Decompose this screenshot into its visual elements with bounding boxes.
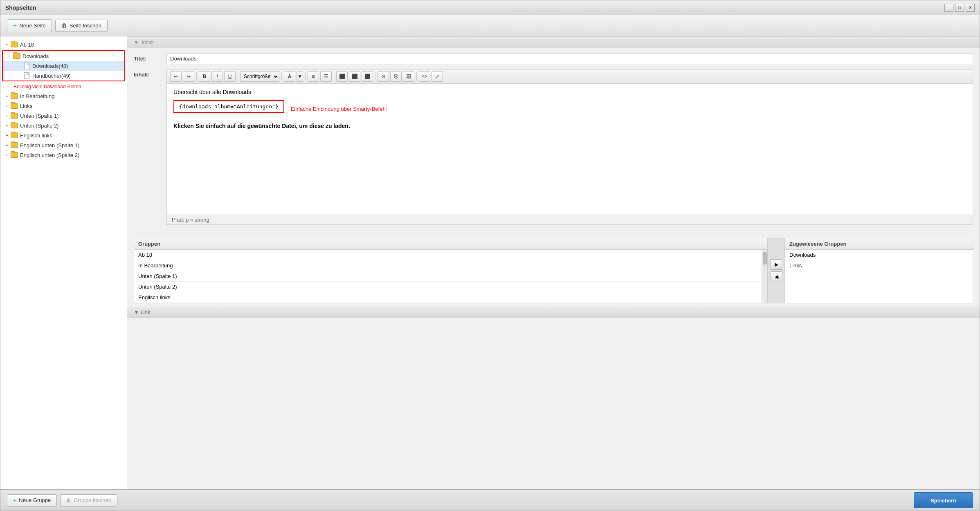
sidebar-item-unten2[interactable]: + Unten (Spalte 2) <box>0 121 127 130</box>
editor-footer: Pfad: p » strong <box>167 215 973 224</box>
folder-icon <box>10 142 18 148</box>
expand-icon: + <box>4 41 10 48</box>
fullscreen-button[interactable]: ⤢ <box>432 71 443 82</box>
list-item[interactable]: In Bearbeitung <box>134 260 767 271</box>
neue-gruppe-icon: + <box>13 497 16 504</box>
section-link-label: Link <box>141 309 151 315</box>
font-color-button[interactable]: A <box>284 71 295 82</box>
transfer-left-button[interactable]: ◀ <box>771 271 782 282</box>
align-right-button[interactable]: ⬛ <box>362 71 373 82</box>
sidebar-item-handbucher49[interactable]: Handbücher(49) <box>3 71 124 81</box>
gruppe-loschen-icon: 🗑 <box>66 498 71 503</box>
expand-icon: + <box>4 122 10 129</box>
folder-icon <box>13 53 21 59</box>
italic-button[interactable]: I <box>211 71 223 82</box>
sidebar-item-englishunten2[interactable]: + Englisch unten (Spalte 2) <box>0 150 127 160</box>
inhalt-row: Inhalt: ↩ ↪ B I U <box>134 69 973 225</box>
main-toolbar: + Neue Seite 🗑 Seite löschen <box>0 15 980 36</box>
section-collapse-icon: ▼ <box>134 40 139 45</box>
titel-input[interactable] <box>166 53 973 64</box>
sidebar-item-label: Englisch unten (Spalte 1) <box>20 142 79 148</box>
expand-icon: + <box>4 152 10 158</box>
toolbar-separator <box>375 72 375 81</box>
expand-icon-placeholder <box>16 63 22 69</box>
folder-icon <box>10 93 18 99</box>
redo-button[interactable]: ↪ <box>183 71 194 82</box>
status-bar: + Neue Gruppe 🗑 Gruppe löschen Speichern <box>0 489 980 511</box>
sidebar-item-englishlinks[interactable]: + Englisch links <box>0 130 127 140</box>
editor-toolbar: ↩ ↪ B I U Schriftgröße <box>167 69 973 84</box>
toolbar-separator <box>416 72 417 81</box>
underline-button[interactable]: U <box>224 71 236 82</box>
font-color-dropdown-button[interactable]: ▼ <box>297 71 303 82</box>
folder-icon <box>10 103 18 109</box>
font-size-select[interactable]: Schriftgröße <box>240 71 279 82</box>
window-controls: — □ ✕ <box>944 4 975 12</box>
overview-text: Übersicht über alle Downloads <box>173 89 966 95</box>
smarty-row: {downloads album="Anleitungen"} Einfache… <box>173 100 966 118</box>
section-collapse-icon: ▼ <box>134 309 139 315</box>
main-content: + Ab 18 − Downloads Downloads(48) <box>0 36 980 489</box>
list-item[interactable]: Unten (Spalte 1) <box>134 271 767 282</box>
link-button[interactable]: ⛓ <box>390 71 402 82</box>
sidebar-item-links[interactable]: + Links <box>0 101 127 111</box>
list-item[interactable]: Downloads <box>785 250 973 260</box>
groups-area: Gruppen Ab 18 In Bearbeitung Unten (Spal… <box>134 238 973 303</box>
toolbar-separator <box>334 72 334 81</box>
groups-scrollbar[interactable] <box>762 250 767 303</box>
titel-control-wrap <box>166 53 973 64</box>
delete-page-button[interactable]: 🗑 Seite löschen <box>55 20 108 32</box>
minimize-button[interactable]: — <box>944 4 953 12</box>
sidebar-item-englishunten1[interactable]: + Englisch unten (Spalte 1) <box>0 140 127 150</box>
toolbar-separator <box>196 72 197 81</box>
expand-icon: − <box>6 53 13 59</box>
sidebar-item-label: Englisch unten (Spalte 2) <box>20 152 79 158</box>
folder-icon <box>10 41 18 48</box>
transfer-buttons: ▶ ◀ <box>768 238 785 303</box>
folder-icon <box>10 112 18 119</box>
new-page-button[interactable]: + Neue Seite <box>7 19 52 32</box>
bullet-list-button[interactable]: ≡ <box>308 71 319 82</box>
source-button[interactable]: <> <box>419 71 430 82</box>
smarty-code: {downloads album="Anleitungen"} <box>173 100 284 113</box>
image-button[interactable]: 🖼 <box>403 71 414 82</box>
transfer-right-button[interactable]: ▶ <box>771 259 782 270</box>
titlebar: Shopseiten — □ ✕ <box>0 0 980 15</box>
groups-panel: Gruppen Ab 18 In Bearbeitung Unten (Spal… <box>134 238 768 303</box>
maximize-button[interactable]: □ <box>955 4 964 12</box>
sidebar-item-inbearbeitung[interactable]: + In Bearbeitung <box>0 91 127 101</box>
bold-button[interactable]: B <box>199 71 210 82</box>
undo-button[interactable]: ↩ <box>170 71 182 82</box>
align-center-button[interactable]: ⬛ <box>349 71 360 82</box>
folder-icon <box>10 152 18 158</box>
unlink-button[interactable]: ⊘ <box>378 71 389 82</box>
section-inhalt-header: ▼ Inhalt <box>127 36 980 48</box>
sidebar-item-label: Unten (Spalte 2) <box>20 123 59 129</box>
toolbar-separator <box>305 72 306 81</box>
list-item[interactable]: Englisch links <box>134 292 767 303</box>
doc-icon <box>22 63 31 69</box>
window-title: Shopseiten <box>5 4 36 11</box>
align-left-button[interactable]: ⬛ <box>336 71 348 82</box>
list-item[interactable]: Links <box>785 260 973 271</box>
neue-gruppe-button[interactable]: + Neue Gruppe <box>7 494 57 507</box>
speichern-button[interactable]: Speichern <box>914 492 973 508</box>
new-page-label: Neue Seite <box>19 22 45 29</box>
sidebar-item-downloads[interactable]: − Downloads <box>3 51 124 61</box>
list-item[interactable]: Ab 18 <box>134 250 767 260</box>
gruppe-loschen-button[interactable]: 🗑 Gruppe löschen <box>60 494 117 507</box>
neue-gruppe-label: Neue Gruppe <box>19 497 51 503</box>
assigned-groups-list: Downloads Links <box>785 250 973 271</box>
list-item[interactable]: Unten (Spalte 2) <box>134 282 767 292</box>
sidebar-item-label: Unten (Spalte 1) <box>20 113 59 119</box>
sidebar-item-downloads48[interactable]: Downloads(48) <box>3 61 124 71</box>
sidebar-item-unten1[interactable]: + Unten (Spalte 1) <box>0 111 127 121</box>
sidebar-item-ab18[interactable]: + Ab 18 <box>0 40 127 49</box>
bold-instruction-text: Klicken Sie einfach auf die gewünschte D… <box>173 123 966 129</box>
editor-body[interactable]: Übersicht über alle Downloads {downloads… <box>167 84 973 215</box>
number-list-button[interactable]: ☰ <box>320 71 332 82</box>
close-button[interactable]: ✕ <box>966 4 975 12</box>
doc-icon <box>22 72 31 79</box>
assigned-groups-panel: Zugewiesene Gruppen Downloads Links <box>785 238 973 303</box>
groups-label: Gruppen <box>138 241 160 247</box>
